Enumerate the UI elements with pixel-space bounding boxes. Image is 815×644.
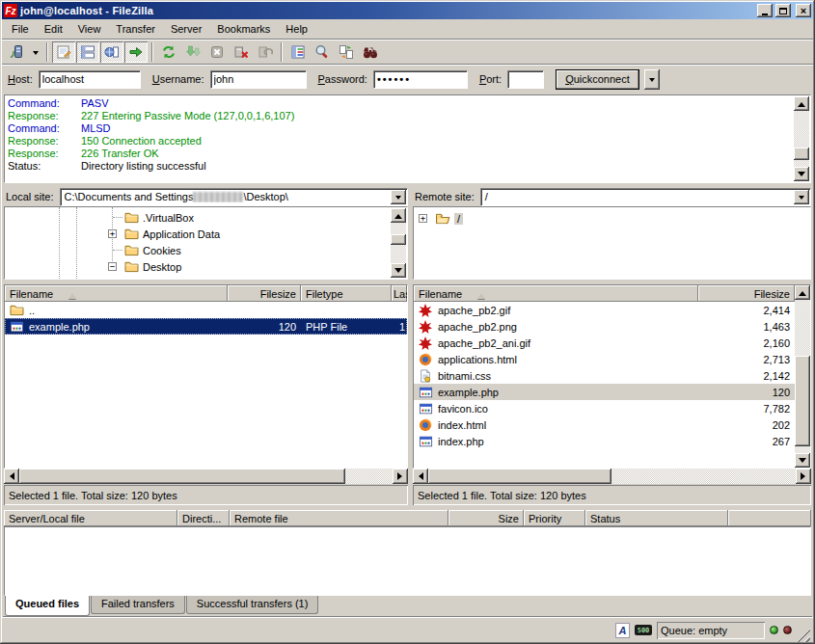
disconnect-button[interactable] bbox=[230, 41, 253, 63]
scroll-thumb[interactable] bbox=[428, 469, 611, 484]
menu-edit[interactable]: Edit bbox=[37, 21, 70, 38]
cancel-operation-button[interactable] bbox=[205, 41, 229, 63]
tree-collapse-button[interactable]: − bbox=[108, 262, 117, 271]
column-header-filesize[interactable]: Filesize bbox=[228, 285, 301, 302]
site-manager-dropdown[interactable] bbox=[29, 41, 42, 63]
scroll-up-button[interactable] bbox=[391, 208, 406, 223]
file-row[interactable]: apache_pb2_ani.gif 2,160 bbox=[414, 335, 795, 351]
local-path-combo[interactable]: C:\Documents and Settings\Desktop\ bbox=[60, 188, 408, 206]
tree-item-desktop[interactable]: Desktop bbox=[5, 258, 391, 275]
minimize-button[interactable] bbox=[757, 4, 773, 17]
host-input[interactable] bbox=[39, 70, 141, 89]
quickconnect-dropdown[interactable] bbox=[644, 69, 660, 90]
site-manager-button[interactable] bbox=[5, 41, 28, 63]
scroll-thumb[interactable] bbox=[794, 148, 809, 160]
column-header-remote-file[interactable]: Remote file bbox=[230, 510, 448, 526]
maximize-button[interactable] bbox=[775, 4, 791, 17]
remote-path-combo[interactable]: / bbox=[480, 188, 811, 206]
scroll-right-button[interactable] bbox=[796, 469, 811, 484]
local-tree-scrollbar[interactable] bbox=[391, 208, 406, 278]
file-row[interactable]: apache_pb2.png 1,463 bbox=[414, 318, 795, 335]
scroll-right-button[interactable] bbox=[393, 469, 408, 484]
file-row-parent-dir[interactable]: .. bbox=[5, 302, 407, 318]
tree-item-root[interactable]: / bbox=[414, 210, 794, 227]
scroll-down-button[interactable] bbox=[795, 453, 810, 468]
tab-queued-files[interactable]: Queued files bbox=[5, 596, 90, 616]
close-button[interactable]: × bbox=[796, 4, 811, 17]
menu-bookmarks[interactable]: Bookmarks bbox=[209, 21, 278, 38]
tree-item-application-data[interactable]: Application Data bbox=[5, 226, 391, 242]
file-row[interactable]: applications.html 2,713 bbox=[414, 351, 795, 367]
quickconnect-button[interactable]: Quickconnect bbox=[556, 69, 639, 90]
log-scrollbar[interactable] bbox=[794, 96, 809, 181]
menu-server[interactable]: Server bbox=[163, 21, 209, 38]
column-header-filename[interactable]: Filename bbox=[5, 285, 228, 302]
scroll-thumb[interactable] bbox=[795, 356, 810, 446]
column-header-last-modified[interactable]: Last modified bbox=[392, 285, 407, 302]
local-site-bar: Local site: C:\Documents and Settings\De… bbox=[4, 187, 408, 206]
tree-expand-button[interactable]: + bbox=[108, 229, 117, 238]
tab-successful-transfers[interactable]: Successful transfers (1) bbox=[186, 596, 319, 614]
column-header-direction[interactable]: Directi... bbox=[177, 510, 230, 526]
local-path-dropdown[interactable] bbox=[391, 190, 406, 204]
scroll-down-button[interactable] bbox=[391, 263, 406, 278]
menu-transfer[interactable]: Transfer bbox=[108, 21, 163, 38]
port-input[interactable] bbox=[507, 70, 544, 89]
file-row-selected[interactable]: example.php 120 bbox=[414, 384, 795, 400]
synchronized-browsing-button[interactable] bbox=[335, 41, 358, 63]
column-header-filename[interactable]: Filename bbox=[414, 285, 698, 302]
column-header-status[interactable]: Status bbox=[585, 510, 728, 526]
file-row[interactable]: bitnami.css 2,142 bbox=[414, 367, 795, 384]
scroll-track[interactable] bbox=[794, 111, 809, 167]
column-header-filetype[interactable]: Filetype bbox=[301, 285, 392, 302]
tree-expand-button[interactable]: + bbox=[419, 214, 427, 223]
scroll-thumb[interactable] bbox=[391, 234, 406, 245]
column-header-priority[interactable]: Priority bbox=[524, 510, 585, 526]
directory-filter-button[interactable] bbox=[286, 41, 310, 63]
toggle-remote-tree-button[interactable] bbox=[100, 41, 123, 63]
column-header-server-local-file[interactable]: Server/Local file bbox=[4, 510, 177, 526]
password-input[interactable] bbox=[373, 70, 468, 89]
process-queue-button[interactable] bbox=[181, 41, 204, 63]
scroll-track[interactable] bbox=[795, 300, 810, 453]
scroll-track[interactable] bbox=[391, 223, 406, 263]
find-files-icon bbox=[363, 44, 378, 60]
speed-limit-icon[interactable]: 500 bbox=[635, 625, 652, 635]
tab-failed-transfers[interactable]: Failed transfers bbox=[91, 596, 185, 614]
queue-body[interactable] bbox=[4, 526, 811, 596]
column-header-filesize[interactable]: Filesize bbox=[698, 285, 795, 302]
file-row-example-php[interactable]: example.php 120 PHP File 1 bbox=[5, 318, 407, 335]
remote-list-scrollbar[interactable] bbox=[795, 285, 810, 468]
scroll-left-button[interactable] bbox=[4, 469, 19, 484]
remote-list-hscrollbar[interactable] bbox=[413, 469, 811, 484]
file-row[interactable]: apache_pb2.gif 2,414 bbox=[414, 302, 795, 318]
scroll-track[interactable] bbox=[428, 469, 796, 484]
reconnect-button[interactable] bbox=[254, 41, 277, 63]
toggle-transfer-queue-button[interactable] bbox=[124, 41, 148, 63]
scroll-up-button[interactable] bbox=[794, 96, 809, 111]
menu-view[interactable]: View bbox=[70, 21, 109, 38]
toggle-message-log-button[interactable] bbox=[52, 41, 75, 63]
scroll-thumb[interactable] bbox=[19, 469, 345, 484]
menu-file[interactable]: File bbox=[4, 21, 37, 38]
column-header-size[interactable]: Size bbox=[448, 510, 524, 526]
toggle-local-tree-button[interactable] bbox=[76, 41, 99, 63]
file-row[interactable]: index.html 202 bbox=[414, 416, 795, 433]
scroll-track[interactable] bbox=[19, 469, 393, 484]
tree-item-virtualbox[interactable]: .VirtualBox bbox=[5, 209, 391, 226]
remote-path-dropdown[interactable] bbox=[794, 190, 809, 204]
username-input[interactable] bbox=[210, 70, 307, 89]
scroll-down-button[interactable] bbox=[794, 167, 809, 181]
menu-help[interactable]: Help bbox=[278, 21, 315, 38]
tree-item-cookies[interactable]: Cookies bbox=[5, 242, 391, 258]
refresh-button[interactable] bbox=[157, 41, 180, 63]
file-row[interactable]: favicon.ico 7,782 bbox=[414, 400, 795, 416]
find-files-button[interactable] bbox=[359, 41, 382, 63]
scroll-left-button[interactable] bbox=[413, 469, 428, 484]
directory-comparison-button[interactable] bbox=[311, 41, 334, 63]
transfer-type-indicator-icon[interactable]: A bbox=[615, 623, 630, 638]
scroll-up-button[interactable] bbox=[795, 285, 810, 300]
resize-grip[interactable] bbox=[797, 629, 810, 642]
file-row[interactable]: index.php 267 bbox=[414, 433, 795, 449]
local-list-hscrollbar[interactable] bbox=[4, 469, 408, 484]
